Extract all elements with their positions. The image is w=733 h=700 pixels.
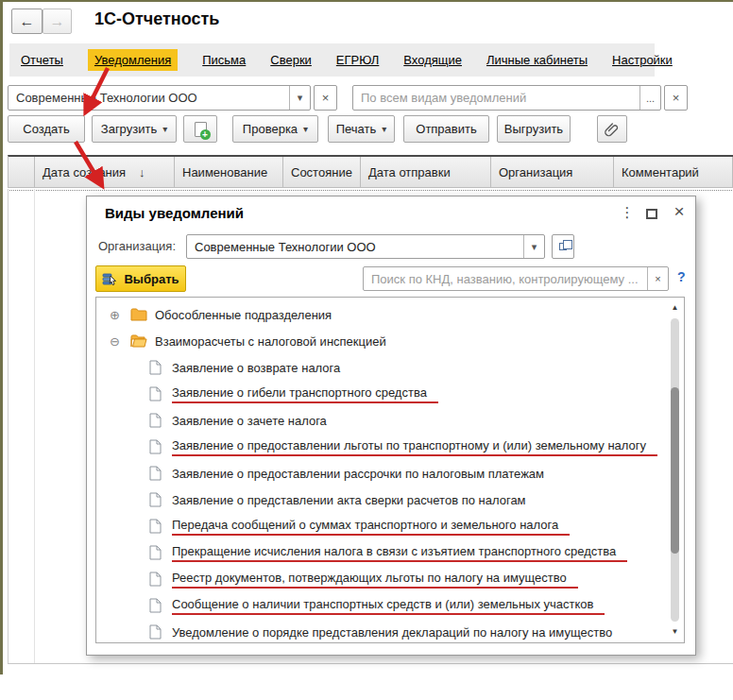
knd-search-input[interactable] — [364, 272, 647, 286]
dialog-more-button[interactable]: ⋮ — [620, 204, 635, 221]
dialog-title: Виды уведомлений — [105, 205, 244, 221]
window-border-left — [0, 0, 3, 674]
empty-row-focus-rect — [8, 190, 732, 191]
chevron-down-icon: ▾ — [382, 124, 386, 134]
chevron-down-icon[interactable]: ▾ — [289, 86, 310, 110]
forward-button[interactable]: → — [43, 9, 72, 34]
tree-scrollbar[interactable]: ▲ ▼ — [667, 299, 683, 641]
send-button-label: Отправить — [416, 122, 476, 136]
column-comment[interactable]: Комментарий — [614, 157, 733, 187]
tree-item[interactable]: Заявление о предоставлении льготы по тра… — [97, 434, 666, 460]
load-from-file-button[interactable]: + — [183, 115, 217, 143]
column-organization-label: Организация — [499, 165, 572, 179]
attachments-button[interactable] — [597, 115, 627, 143]
tree-item[interactable]: Уведомление о порядке представления декл… — [97, 619, 666, 645]
dialog-maximize-button[interactable] — [646, 209, 657, 219]
column-date-created-label: Дата создания — [43, 165, 126, 179]
clear-organization-filter-button[interactable]: × — [314, 85, 337, 111]
app-window: ← → 1С-Отчетность Отчеты Уведомления Пис… — [0, 0, 733, 700]
close-icon: × — [673, 201, 684, 221]
page-title: 1С-Отчетность — [94, 9, 219, 29]
tree-item[interactable]: Заявление о предоставлении рассрочки по … — [97, 460, 666, 487]
column-state[interactable]: Состояние — [283, 157, 361, 187]
create-button[interactable]: Создать — [8, 115, 85, 143]
tab-reports[interactable]: Отчеты — [21, 53, 63, 67]
close-icon: × — [673, 91, 680, 105]
check-button[interactable]: Проверка ▾ — [232, 115, 318, 143]
create-button-label: Создать — [23, 122, 69, 136]
notification-types-dialog: Виды уведомлений ⋮ × Организация: Соврем… — [86, 196, 696, 656]
forward-arrow-icon: → — [50, 13, 65, 29]
column-row-marker[interactable] — [9, 157, 35, 187]
expand-icon[interactable]: ⊕ — [110, 308, 124, 322]
column-name[interactable]: Наименование — [175, 157, 283, 187]
table-column-divider — [34, 189, 35, 664]
export-button-label: Выгрузить — [504, 122, 563, 136]
tab-personal-accounts[interactable]: Личные кабинеты — [486, 53, 588, 67]
table-bottom-border — [8, 663, 733, 664]
new-document-icon: + — [195, 122, 207, 137]
print-button[interactable]: Печать ▾ — [328, 115, 395, 143]
tree-item[interactable]: Передача сообщений о суммах транспортног… — [97, 513, 666, 539]
tree-item[interactable]: Заявление о возврате налога — [97, 354, 666, 381]
dialog-organization-combo[interactable]: Современные Технологии ООО ▾ — [186, 234, 545, 259]
notification-type-filter-placeholder: По всем видам уведомлений — [353, 91, 639, 105]
tab-incoming[interactable]: Входящие — [403, 53, 462, 67]
column-name-label: Наименование — [182, 165, 267, 179]
document-icon — [149, 413, 162, 428]
sort-desc-icon: ↓ — [139, 165, 145, 179]
open-folder-icon — [130, 334, 147, 348]
knd-search-box: × — [363, 266, 669, 291]
tree-item[interactable]: Реестр документов, потверждающих льготы … — [97, 566, 666, 592]
organization-filter-value: Современные Технологии ООО — [9, 91, 289, 105]
dialog-organization-value: Современные Технологии ООО — [187, 240, 523, 254]
column-date-sent[interactable]: Дата отправки — [361, 157, 491, 187]
document-icon — [149, 492, 162, 507]
tree-item[interactable]: Прекращение исчисления налога в связи с … — [97, 539, 666, 566]
scrollbar-thumb[interactable] — [671, 387, 679, 554]
notification-type-filter[interactable]: По всем видам уведомлений ... — [352, 85, 661, 111]
load-button[interactable]: Загрузить ▾ — [92, 115, 177, 143]
column-comment-label: Комментарий — [622, 165, 699, 179]
document-icon — [149, 519, 162, 534]
select-button[interactable]: Выбрать — [95, 265, 186, 292]
chevron-down-icon: ▾ — [162, 124, 167, 134]
dialog-close-button[interactable]: × — [671, 201, 688, 222]
back-button[interactable]: ← — [11, 9, 43, 34]
help-link[interactable]: ? — [677, 269, 686, 284]
tab-letters[interactable]: Письма — [202, 53, 246, 67]
tree-folder-tax-inspection[interactable]: ⊖ Взаиморасчеты с налоговой инспекцией — [97, 328, 666, 354]
tab-bar: Отчеты Уведомления Письма Сверки ЕГРЮЛ В… — [9, 43, 655, 77]
paperclip-icon — [605, 122, 620, 137]
close-icon: × — [322, 91, 330, 105]
send-button[interactable]: Отправить — [403, 115, 489, 143]
tab-reconciliations[interactable]: Сверки — [270, 53, 312, 67]
clear-search-button[interactable]: × — [647, 267, 668, 290]
tree-item[interactable]: Заявление о зачете налога — [97, 407, 666, 434]
chevron-down-icon[interactable]: ▾ — [523, 235, 544, 258]
scroll-down-button[interactable]: ▼ — [667, 625, 683, 639]
collapse-icon[interactable]: ⊖ — [110, 334, 124, 349]
tab-egrul[interactable]: ЕГРЮЛ — [336, 53, 379, 67]
column-organization[interactable]: Организация — [491, 157, 614, 187]
export-button[interactable]: Выгрузить — [497, 115, 571, 143]
organization-filter-combo[interactable]: Современные Технологии ООО ▾ — [8, 85, 311, 111]
scroll-up-button[interactable]: ▲ — [667, 301, 683, 315]
tree-item[interactable]: Заявление о представлении акта сверки ра… — [97, 487, 666, 513]
tree-folder-separate-subdivisions[interactable]: ⊕ Обособленные подразделения — [97, 301, 666, 328]
document-icon — [149, 466, 162, 481]
print-button-label: Печать — [336, 122, 377, 136]
document-icon — [149, 572, 162, 587]
select-button-label: Выбрать — [124, 272, 179, 286]
tree-item[interactable]: Сообщение о наличии транспортных средств… — [97, 592, 666, 619]
window-border-top — [0, 0, 733, 2]
dialog-organization-label: Организация: — [98, 239, 176, 253]
tab-notifications[interactable]: Уведомления — [88, 49, 178, 71]
tab-settings[interactable]: Настройки — [612, 53, 673, 67]
ellipsis-icon[interactable]: ... — [639, 86, 660, 110]
column-date-created[interactable]: Дата создания ↓ — [35, 157, 175, 187]
clear-notification-type-filter-button[interactable]: × — [664, 85, 688, 111]
open-organization-list-button[interactable] — [552, 234, 574, 259]
tree-item[interactable]: Заявление о гибели транспортного средств… — [97, 381, 666, 407]
load-button-label: Загрузить — [101, 122, 157, 136]
